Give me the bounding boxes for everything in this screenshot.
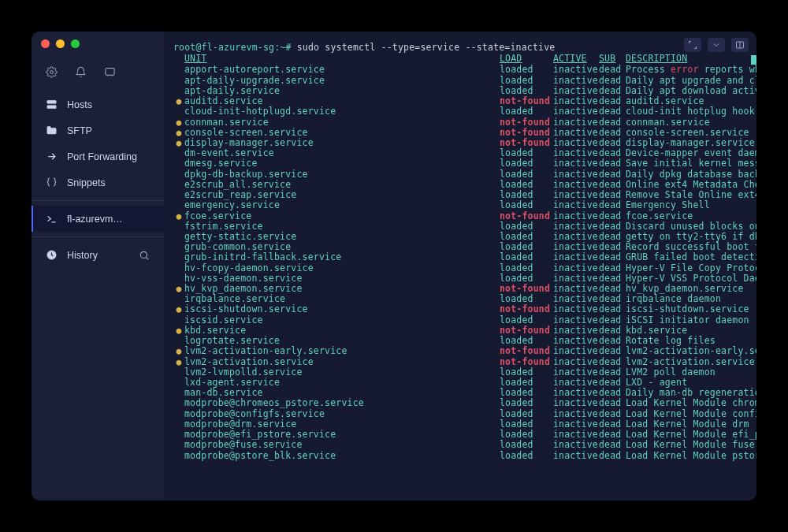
cell-unit: emergency.service (184, 200, 500, 210)
cell-load: loaded (500, 409, 553, 419)
table-row: grub-initrd-fallback.serviceloadedinacti… (170, 252, 756, 262)
cell-desc: Daily man-db regeneration (626, 388, 756, 398)
cell-sub: dead (599, 398, 626, 408)
cell-load: loaded (500, 65, 553, 75)
cell-active: inactive (553, 128, 599, 138)
expand-icon[interactable] (684, 38, 701, 52)
sidebar-item-label: Snippets (67, 177, 106, 188)
sidebar-item-sftp[interactable]: SFTP (32, 117, 164, 143)
cell-desc: getty on tty2-tty6 if dbus an (626, 232, 756, 242)
cell-desc: GRUB failed boot detection (626, 252, 756, 262)
table-row: iscsid.serviceloadedinactivedeadiSCSI in… (170, 315, 756, 326)
arrow-right-icon (46, 151, 58, 162)
cell-desc: Save initial kernel messages (626, 158, 756, 169)
cell-desc: Device-mapper event daemon (626, 148, 756, 158)
table-row: modprobe@configfs.serviceloadedinactived… (170, 409, 756, 419)
command-text: sudo systemctl --type=service --state=in… (297, 42, 556, 53)
table-row: modprobe@pstore_blk.serviceloadedinactiv… (170, 451, 756, 461)
sidebar-item-label: SFTP (67, 125, 92, 136)
app-window: Hosts SFTP Port Forwarding Snippets fl-a… (32, 32, 756, 500)
cell-unit: lvm2-activation-early.service (184, 346, 500, 356)
cell-desc: Emergency Shell (626, 200, 756, 210)
table-row: cloud-init-hotplugd.serviceloadedinactiv… (170, 106, 756, 117)
cell-desc: Load Kernel Module fuse (626, 440, 756, 450)
col-desc: DESCRIPTION (626, 54, 749, 64)
cell-active: inactive (553, 357, 599, 367)
terminal-pane[interactable]: root@fl-azurevm-sg:~# sudo systemctl --t… (164, 32, 756, 500)
cell-desc: Discard unused blocks on file (626, 221, 756, 232)
status-dot: ● (173, 117, 184, 128)
status-dot (173, 221, 184, 232)
search-icon[interactable] (139, 250, 150, 261)
sidebar-item-hosts[interactable]: Hosts (32, 91, 164, 117)
status-dot (173, 200, 184, 210)
sidebar-item-label: Hosts (67, 99, 92, 110)
col-unit: UNIT (184, 54, 500, 64)
cell-unit: modprobe@fuse.service (184, 440, 500, 450)
cell-unit: iscsid.service (184, 315, 500, 326)
sidebar-toolbar (32, 61, 164, 91)
cell-desc: iSCSI initiator daemon (iscsi (626, 315, 756, 326)
status-dot: ● (173, 211, 184, 221)
sidebar-item-history[interactable]: History (32, 242, 164, 268)
cell-desc: LXD - agent (626, 378, 756, 388)
minimize-window-button[interactable] (56, 39, 65, 48)
gear-icon[interactable] (46, 66, 58, 80)
cell-unit: lvm2-activation.service (184, 357, 500, 367)
cell-load: not-found (500, 357, 553, 367)
cell-load: loaded (500, 169, 553, 180)
close-window-button[interactable] (41, 39, 50, 48)
cell-load: loaded (500, 398, 553, 408)
cell-load: loaded (500, 158, 553, 169)
cell-active: inactive (553, 304, 599, 314)
cell-unit: apport-autoreport.service (184, 65, 500, 75)
cell-sub: dead (599, 117, 626, 128)
status-dot (173, 451, 184, 461)
cell-desc: Hyper-V VSS Protocol Daemon (626, 273, 756, 284)
cell-desc: Hyper-V File Copy Protocol Da (626, 263, 756, 273)
table-header: UNIT LOAD ACTIVE SUB DESCRIPTION (170, 53, 756, 65)
table-row: ●connman.servicenot-foundinactivedeadcon… (170, 117, 756, 128)
more-icon[interactable] (708, 38, 725, 52)
cell-active: inactive (553, 315, 599, 326)
cell-desc: Record successful boot for GR (626, 242, 756, 252)
sidebar-item-label: History (67, 250, 98, 261)
vault-icon[interactable] (104, 66, 116, 80)
status-dot (173, 315, 184, 326)
cell-desc: lvm2-activation.service (626, 357, 756, 367)
cell-sub: dead (599, 315, 626, 326)
maximize-window-button[interactable] (71, 39, 80, 48)
sidebar-item-label: Port Forwarding (67, 151, 137, 162)
cell-sub: dead (599, 440, 626, 450)
cell-load: loaded (500, 263, 553, 273)
table-row: ●iscsi-shutdown.servicenot-foundinactive… (170, 304, 756, 314)
table-row: ●lvm2-activation.servicenot-foundinactiv… (170, 357, 756, 367)
cell-sub: dead (599, 221, 626, 232)
terminal-icon (46, 213, 58, 225)
status-dot (173, 158, 184, 169)
sidebar-item-snippets[interactable]: Snippets (32, 169, 164, 195)
status-dot: ● (173, 346, 184, 356)
status-dot (173, 252, 184, 262)
table-row: hv-fcopy-daemon.serviceloadedinactivedea… (170, 263, 756, 273)
svg-point-5 (140, 251, 147, 258)
split-icon[interactable] (731, 38, 749, 52)
cell-unit: iscsi-shutdown.service (184, 304, 500, 314)
table-row: ●console-screen.servicenot-foundinactive… (170, 128, 756, 138)
cell-desc: cloud-init hotplug hook daemon (626, 106, 756, 117)
cell-active: inactive (553, 398, 599, 408)
cell-sub: dead (599, 357, 626, 367)
sidebar: Hosts SFTP Port Forwarding Snippets fl-a… (32, 32, 164, 500)
sidebar-item-portfwd[interactable]: Port Forwarding (32, 143, 164, 169)
table-row: apt-daily-upgrade.serviceloadedinactived… (170, 76, 756, 86)
cell-desc: fcoe.service (626, 211, 756, 221)
table-row: apport-autoreport.serviceloadedinactived… (170, 65, 756, 75)
bell-icon[interactable] (75, 66, 87, 80)
cell-desc: kbd.service (626, 326, 756, 336)
cell-unit: apt-daily-upgrade.service (184, 76, 500, 86)
svg-point-0 (50, 71, 54, 74)
sidebar-item-host-session[interactable]: fl-azurevm… (32, 206, 164, 232)
table-row: modprobe@chromeos_pstore.serviceloadedin… (170, 398, 756, 408)
status-dot (173, 440, 184, 450)
clock-icon (46, 249, 58, 261)
